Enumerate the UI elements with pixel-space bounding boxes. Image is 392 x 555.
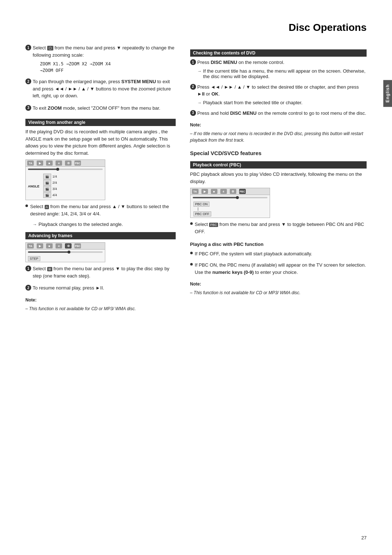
angle-option-1: 🎬 1/4 (43, 174, 57, 179)
menubar-icon-gear: ⚙ (65, 161, 72, 166)
advancing-step2-text: To resume normal play, press ►II. (33, 284, 104, 292)
zoom-item-3-text: To exit ZOOM mode, select "ZOOM OFF" fro… (33, 105, 160, 112)
angle-icon-2: 🎬 (43, 180, 51, 186)
two-column-layout: 1 Select ⬡ from the menu bar and press ▼… (25, 44, 367, 314)
playing-bullet-1: If PBC OFF, the system will start playba… (190, 250, 367, 260)
adv-progress-bar (28, 251, 103, 253)
viewing-section-header: Viewing from another angle (25, 119, 176, 126)
angle-text-4: 4/4 (53, 193, 57, 197)
menubar-top-bar: TA ▶ ■ 4 ⚙ PBC (26, 160, 105, 167)
checking-step2: 2 Press ◄◄ / ►► / ▲ / ▼ to select the de… (190, 84, 367, 107)
page-number: 27 (362, 535, 367, 540)
checking-step3: 3 Press and hold DISC MENU on the remote… (190, 110, 367, 119)
pbc-on-text: PBC ON (193, 202, 210, 207)
menubar-icon-pbc: PBC (74, 161, 81, 166)
pbc-select-icon: PBC (209, 223, 218, 227)
right-column: Checking the contents of DVD 1 Press DIS… (190, 44, 367, 314)
pbc-note: Note: – This function is not available f… (190, 281, 367, 296)
checking-section-header: Checking the contents of DVD (190, 49, 367, 57)
pbc-off-label: PBC OFF (193, 211, 267, 217)
checking-step2-content: Press ◄◄ / ►► / ▲ / ▼ to select the desi… (197, 84, 367, 107)
advancing-note-label: Note: (25, 297, 176, 303)
page-title: Disc Operations (25, 22, 367, 33)
zoom-item-3: 3 To exit ZOOM mode, select "ZOOM OFF" f… (25, 105, 176, 114)
angle-icon-4: 🎬 (43, 192, 51, 198)
pbc-progress-bar (193, 197, 268, 198)
pbc-off-text: PBC OFF (193, 211, 211, 216)
pbc-options-area: PBC ON | PBC OFF (191, 200, 270, 218)
menubar-icon-4: 4 (56, 161, 62, 166)
adv-icon-ta: TA (27, 243, 34, 248)
zoom-item-2-text: To pan through the enlarged image, press… (33, 78, 176, 100)
check-step-2: 2 (190, 84, 196, 90)
pbc-slider-area (191, 195, 270, 200)
playing-bullet-2-text: If PBC ON, the PBC menu (if available) w… (195, 262, 367, 276)
pbc-progress-fill (193, 197, 238, 198)
check-step-1: 1 (190, 59, 196, 65)
pbc-note-text: – This function is not available for CD … (190, 289, 367, 296)
zoom-item-1-text: Select ⬡ from the menu bar and press ▼ r… (33, 44, 176, 75)
angle-icon-1: 🎬 (43, 174, 51, 179)
adv-icon-play: ▶ (37, 243, 43, 248)
pbc-divider: | (198, 207, 267, 211)
advancing-note-text: – This function is not available for CD … (25, 305, 176, 312)
angle-options: 🎬 1/4 🎬 2/4 🎬 3/4 🎬 (43, 173, 57, 198)
advancing-note: Note: – This function is not available f… (25, 297, 176, 312)
pbc-bullet-text: Select PBC from the menu bar and press ▼… (195, 221, 367, 235)
pbc-menubar-top: TA ▶ ■ 4 ⚙ PBC (191, 188, 270, 195)
zoom-item-2: 2 To pan through the enlarged image, pre… (25, 78, 176, 102)
adv-icon-stop: ■ (46, 243, 53, 248)
pbc-progress-thumb (236, 196, 239, 199)
pbc-icon-pbc: PBC (239, 189, 246, 194)
menubar-body: ANGLE 🎬 1/4 🎬 2/4 🎬 3/4 (26, 172, 105, 200)
adv-icon-4: 4 (56, 243, 62, 248)
zoom-scale-text: ZOOM X1.5 →ZOOM X2 →ZOOM X4→ZOOM OFF (40, 61, 176, 74)
pbc-on-label: PBC ON (193, 201, 267, 207)
checking-step1-content: Press DISC MENU on the remote control. →… (197, 59, 367, 81)
adv-icon-pbc: PBC (74, 243, 81, 248)
viewing-bullet-text: Select A from the menu bar and press ▲ /… (30, 203, 176, 217)
zoom-item-1: 1 Select ⬡ from the menu bar and press ▼… (25, 44, 176, 75)
arrow-icon-check2: → (197, 100, 202, 105)
pbc-menubar-mockup: TA ▶ ■ 4 ⚙ PBC PBC ON | PBC OFF (190, 188, 270, 218)
menubar-slider-area (26, 167, 105, 172)
frame-icon: ⊞ (47, 267, 52, 271)
step-number-1: 1 (25, 45, 31, 50)
advancing-step-area: STEP (26, 255, 105, 262)
progress-fill (28, 169, 58, 170)
step-number-3: 3 (25, 105, 31, 111)
viewing-bullet: Select A from the menu bar and press ▲ /… (25, 203, 176, 219)
left-column: 1 Select ⬡ from the menu bar and press ▼… (25, 44, 176, 314)
playing-pbc-header: Playing a disc with PBC function (190, 241, 367, 248)
viewing-arrow: → Playback changes to the selected angle… (33, 222, 176, 227)
advancing-menubar-mockup: TA ▶ ■ 4 ⚙ PBC STEP (25, 242, 105, 262)
advancing-slider-area (26, 250, 105, 255)
checking-step1-arrow: → If the current title has a menu, the m… (197, 68, 367, 79)
step-number-2: 2 (25, 78, 31, 84)
language-tab: English (383, 80, 392, 107)
pbc-section-header: Playback control (PBC) (190, 161, 367, 169)
angle-menubar-mockup: TA ▶ ■ 4 ⚙ PBC ANGLE (25, 159, 105, 200)
angle-option-4: 🎬 4/4 (43, 192, 57, 198)
angle-label-area: ANGLE (28, 183, 40, 189)
playing-bullet-1-text: If PBC OFF, the system will start playba… (195, 250, 312, 258)
pbc-bullet: Select PBC from the menu bar and press ▼… (190, 221, 367, 237)
advancing-step2: 2 To resume normal play, press ►II. (25, 284, 176, 294)
checking-step1: 1 Press DISC MENU on the remote control.… (190, 59, 367, 81)
pbc-note-label: Note: (190, 281, 367, 287)
bullet-dot-playing1 (190, 252, 193, 254)
advancing-menubar-top: TA ▶ ■ 4 ⚙ PBC (26, 243, 105, 250)
angle-icon-3: 🎬 (43, 186, 51, 192)
pbc-icon-4: 4 (220, 189, 227, 194)
pbc-body-text: PBC playback allows you to play Video CD… (190, 171, 367, 185)
check-step-3: 3 (190, 110, 196, 116)
progress-thumb (56, 168, 59, 171)
angle-option-2: 🎬 2/4 (43, 180, 57, 186)
angle-text-3: 3/4 (53, 187, 57, 191)
checking-note-text: – If no title menu or root menu is recor… (190, 130, 367, 143)
checking-step2-arrow-text: Playback start from the selected title o… (203, 100, 303, 105)
zoom-icon: ⬡ (47, 46, 53, 50)
pbc-icon-ta: TA (192, 189, 199, 194)
adv-progress-thumb (68, 251, 70, 254)
advancing-section-header: Advancing by frames (25, 232, 176, 239)
